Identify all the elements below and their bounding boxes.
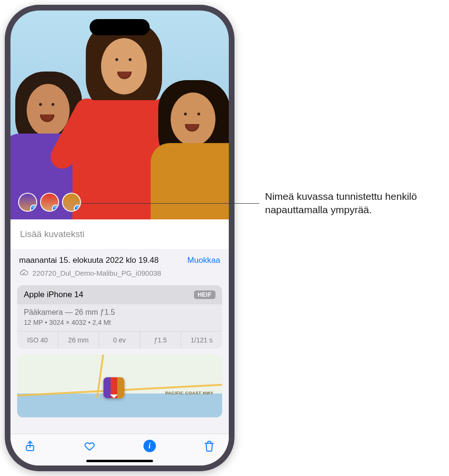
- phone-frame: ? ? ? Lisää kuvateksti maanan: [5, 5, 235, 471]
- screen: ? ? ? Lisää kuvateksti maanan: [10, 10, 229, 466]
- exif-aperture: ƒ1.5: [140, 331, 181, 349]
- map-photo-pin[interactable]: [103, 377, 124, 398]
- exif-focal: 26 mm: [58, 331, 99, 349]
- detected-people-row: ? ? ?: [18, 193, 81, 212]
- info-button-active[interactable]: i: [143, 439, 157, 453]
- exif-grid: ISO 40 26 mm 0 ev ƒ1.5 1/121 s: [17, 331, 222, 349]
- photo-filename: 220720_Dul_Demo-Malibu_PG_i090038: [32, 269, 161, 277]
- person-tag-2[interactable]: ?: [40, 193, 59, 212]
- photo-preview[interactable]: ? ? ?: [10, 10, 229, 219]
- share-button[interactable]: [23, 439, 37, 453]
- callout-text: Nimeä kuvassa tunnistettu henkilö napaut…: [265, 190, 446, 217]
- exif-shutter: 1/121 s: [181, 331, 222, 349]
- photo-datetime: maanantai 15. elokuuta 2022 klo 19.48: [19, 256, 159, 265]
- edit-datetime-button[interactable]: Muokkaa: [187, 256, 220, 265]
- favorite-button[interactable]: [82, 439, 97, 453]
- unknown-person-badge: ?: [52, 205, 59, 212]
- unknown-person-badge: ?: [74, 205, 81, 212]
- info-icon: i: [143, 440, 156, 452]
- icloud-synced-icon: [19, 268, 29, 278]
- caption-placeholder: Lisää kuvateksti: [20, 229, 84, 239]
- callout-leader-line: [82, 203, 259, 204]
- exif-iso: ISO 40: [17, 331, 58, 349]
- map-road-label: PACIFIC COAST HWY: [165, 391, 214, 395]
- location-map[interactable]: PACIFIC COAST HWY: [17, 354, 222, 417]
- exif-card[interactable]: Apple iPhone 14 HEIF Pääkamera — 26 mm ƒ…: [17, 285, 222, 349]
- person-tag-3[interactable]: ?: [62, 193, 81, 212]
- bottom-toolbar: i: [10, 434, 229, 456]
- caption-field[interactable]: Lisää kuvateksti: [10, 219, 229, 249]
- unknown-person-badge: ?: [30, 205, 37, 212]
- lens-info: Pääkamera — 26 mm ƒ1.5: [24, 308, 215, 317]
- person-tag-1[interactable]: ?: [18, 193, 37, 212]
- dynamic-island: [90, 19, 150, 35]
- camera-device: Apple iPhone 14: [24, 290, 83, 300]
- exif-ev: 0 ev: [99, 331, 140, 349]
- photo-person-right: [153, 67, 229, 219]
- image-format-badge: HEIF: [194, 290, 215, 299]
- metadata-block: maanantai 15. elokuuta 2022 klo 19.48 Mu…: [10, 249, 229, 282]
- resolution-info: 12 MP • 3024 × 4032 • 2,4 Mt: [24, 319, 215, 326]
- delete-button[interactable]: [202, 439, 216, 453]
- photo-info-panel: Lisää kuvateksti maanantai 15. elokuuta …: [10, 219, 229, 466]
- home-indicator[interactable]: [10, 456, 229, 466]
